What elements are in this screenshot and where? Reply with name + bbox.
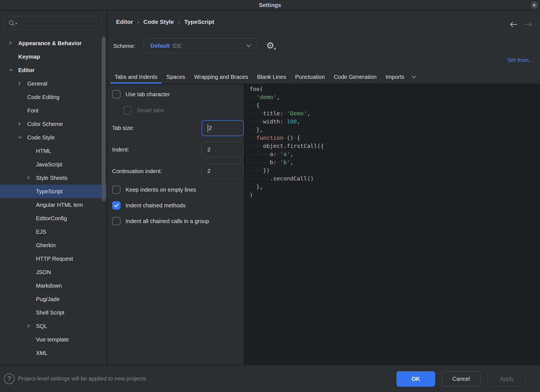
tabs-indents-form: Use tab character Smart tabs Tab size: 2… — [108, 84, 244, 365]
breadcrumb-separator-icon: › — [178, 19, 180, 25]
cancel-button[interactable]: Cancel — [442, 371, 480, 387]
sidebar-item-code-editing[interactable]: Code Editing — [0, 90, 107, 104]
sidebar-item-editorconfig[interactable]: EditorConfig — [0, 212, 107, 225]
breadcrumb-editor[interactable]: Editor — [116, 19, 133, 25]
sidebar-item-typescript[interactable]: TypeScript — [0, 185, 107, 198]
sidebar-item-html[interactable]: HTML — [0, 144, 107, 158]
chevron-right-icon[interactable] — [8, 40, 13, 46]
scheme-select[interactable]: Default IDE — [144, 38, 257, 53]
sidebar-item-font[interactable]: Font — [0, 104, 107, 117]
chevron-right-icon[interactable] — [26, 323, 31, 329]
tab-size-input[interactable]: 2 — [201, 120, 244, 136]
code-line: ··function·()·{ — [249, 134, 540, 142]
sidebar-item-markdown[interactable]: Markdown — [0, 279, 107, 292]
sidebar-item-label: HTTP Request — [36, 252, 73, 265]
sidebar-item-label: General — [27, 77, 47, 90]
help-icon[interactable]: ? — [4, 373, 15, 384]
tab-wrapping-and-braces[interactable]: Wrapping and Braces — [190, 70, 252, 84]
sidebar-item-shell-script[interactable]: Shell Script — [0, 306, 107, 319]
sidebar-item-javascript[interactable]: JavaScript — [0, 158, 107, 171]
tab-blank-lines[interactable]: Blank Lines — [253, 70, 290, 84]
tab-size-value: 2 — [209, 125, 212, 131]
sidebar-scrollbar[interactable] — [102, 36, 106, 201]
tab-tabs-and-indents[interactable]: Tabs and Indents — [110, 70, 162, 84]
chevron-right-icon[interactable] — [17, 81, 22, 86]
scheme-actions-button[interactable]: ⚙ — [264, 39, 276, 52]
sidebar-item-label: HTML — [36, 144, 51, 158]
tab-imports[interactable]: Imports — [381, 70, 409, 84]
continuation-indent-label: Continuation indent: — [112, 163, 162, 179]
search-icon — [8, 20, 19, 29]
sidebar-item-color-scheme[interactable]: Color Scheme — [0, 117, 107, 131]
tab-punctuation[interactable]: Punctuation — [291, 70, 329, 84]
sidebar-item-label: Appearance & Behavior — [18, 36, 82, 50]
checkbox-icon — [112, 90, 121, 98]
checkbox-icon — [123, 106, 132, 114]
code-line: ··{ — [249, 101, 540, 109]
set-from-link[interactable]: Set from... — [507, 55, 533, 65]
tab-code-generation[interactable]: Code Generation — [330, 70, 381, 84]
sidebar-item-sql[interactable]: SQL — [0, 319, 107, 333]
sidebar-item-label: Vue template — [36, 333, 69, 346]
sidebar-item-keymap[interactable]: Keymap — [0, 50, 107, 63]
sidebar-item-code-style[interactable]: Code Style — [0, 131, 107, 144]
sidebar-item-http-request[interactable]: HTTP Request — [0, 252, 107, 265]
sidebar-item-label: Code Style — [27, 131, 55, 144]
chevron-down-icon — [246, 43, 252, 49]
sidebar-item-style-sheets[interactable]: Style Sheets — [0, 171, 107, 185]
indent-all-chained-checkbox[interactable]: Indent all chained calls in a group — [112, 216, 209, 226]
tabs-overflow-chevron-icon[interactable] — [407, 74, 421, 80]
scheme-value: Default — [151, 43, 170, 49]
sidebar-item-gherkin[interactable]: Gherkin — [0, 239, 107, 252]
search-input[interactable] — [4, 16, 102, 30]
smart-tabs-checkbox[interactable]: Smart tabs — [123, 106, 164, 115]
sidebar-item-json[interactable]: JSON — [0, 265, 107, 279]
checkbox-label: Indent chained methods — [126, 202, 186, 209]
chevron-down-icon[interactable] — [17, 135, 22, 140]
close-icon[interactable]: × — [531, 2, 538, 9]
sidebar-item-label: Color Scheme — [27, 117, 63, 131]
code-preview-editor: foo(··'demo',··{····title:·'Demo',····wi… — [244, 84, 540, 365]
sidebar-item-pug-jade[interactable]: Pug/Jade — [0, 292, 107, 306]
breadcrumb-code-style[interactable]: Code Style — [143, 19, 174, 25]
sidebar-item-vue-template[interactable]: Vue template — [0, 333, 107, 346]
breadcrumb-typescript[interactable]: TypeScript — [184, 19, 214, 25]
code-line: ··'demo', — [249, 93, 540, 101]
forward-arrow-icon[interactable] — [523, 21, 534, 29]
indent-label: Indent: — [112, 142, 129, 157]
tab-spaces[interactable]: Spaces — [162, 70, 189, 84]
sidebar-item-angular-html-tem[interactable]: Angular HTML tem — [0, 198, 107, 212]
indent-input[interactable]: 2 — [201, 142, 244, 157]
back-arrow-icon[interactable] — [509, 21, 519, 29]
text-cursor — [208, 124, 208, 132]
continuation-indent-input[interactable]: 2 — [201, 163, 244, 179]
main-header: Editor › Code Style › TypeScript Scheme:… — [108, 11, 540, 84]
sidebar-item-general[interactable]: General — [0, 77, 107, 90]
sidebar-item-ejs[interactable]: EJS — [0, 225, 107, 239]
keep-indents-checkbox[interactable]: Keep indents on empty lines — [112, 185, 196, 194]
code-line: foo( — [249, 85, 540, 93]
sidebar-item-label: Keymap — [18, 50, 40, 63]
sidebar-item-label: JSON — [36, 265, 51, 279]
sidebar-item-xml[interactable]: XML — [0, 346, 107, 360]
code-line: ······.secondCall() — [249, 175, 540, 183]
chevron-down-icon[interactable] — [8, 67, 13, 73]
checkbox-label: Indent all chained calls in a group — [126, 218, 209, 224]
chevron-right-icon[interactable] — [17, 121, 22, 127]
sidebar-item-label: Gherkin — [36, 239, 56, 252]
sidebar-item-label: Editor — [18, 63, 35, 77]
code-line: ······a:·'a', — [249, 150, 540, 158]
sidebar-item-label: EJS — [36, 225, 46, 239]
sidebar-item-label: Pug/Jade — [36, 292, 60, 306]
indent-chained-methods-checkbox[interactable]: Indent chained methods — [112, 201, 186, 210]
settings-sidebar: Appearance & BehaviorKeymapEditorGeneral… — [0, 11, 107, 365]
chevron-right-icon[interactable] — [26, 175, 31, 181]
code-line: ····object.firstCall({ — [249, 142, 540, 150]
sidebar-item-editor[interactable]: Editor — [0, 63, 107, 77]
ok-button[interactable]: OK — [396, 371, 435, 387]
sidebar-item-appearance-behavior[interactable]: Appearance & Behavior — [0, 36, 107, 50]
footer-hint: Project-level settings will be applied t… — [18, 365, 146, 392]
apply-button[interactable]: Apply — [487, 371, 526, 387]
use-tab-character-checkbox[interactable]: Use tab character — [112, 90, 170, 99]
sidebar-item-label: Font — [27, 104, 38, 117]
